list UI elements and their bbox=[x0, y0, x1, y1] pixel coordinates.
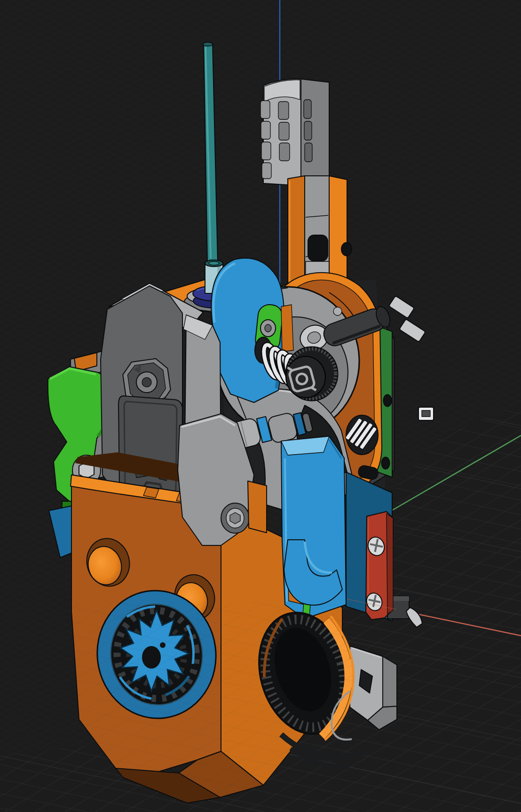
arm-hex-screw[interactable] bbox=[230, 512, 240, 524]
cad-viewport[interactable] bbox=[0, 0, 521, 812]
duct-orange-wedge bbox=[248, 481, 267, 533]
plate-hole bbox=[381, 457, 390, 469]
arm-slot bbox=[308, 235, 328, 261]
plate-hole bbox=[383, 394, 392, 407]
grid-overlay bbox=[71, 602, 353, 804]
arm-hole bbox=[341, 243, 352, 256]
cable-cover[interactable] bbox=[260, 79, 329, 186]
tension-thumbscrew[interactable] bbox=[286, 347, 338, 401]
